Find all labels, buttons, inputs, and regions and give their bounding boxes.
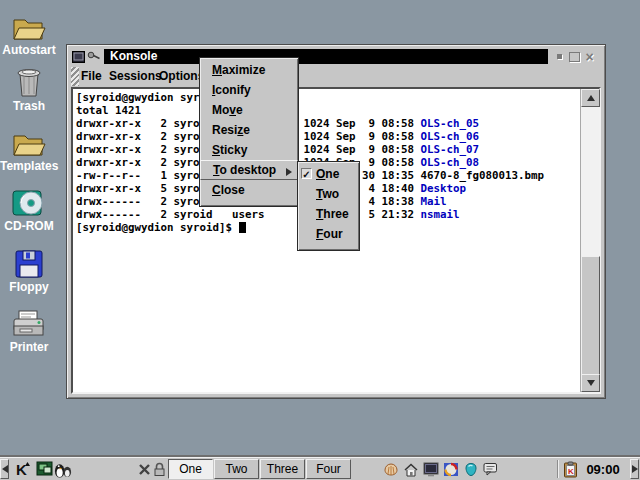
minimize-icon <box>557 54 562 59</box>
terminal-text: -rw-r--r-- 1 syroi <box>76 169 206 182</box>
cdrom-icon <box>0 184 58 218</box>
to-desktop-submenu: ✓OneTwoThreeFour <box>297 161 360 251</box>
desktop-icon-templates[interactable]: Templates <box>0 124 58 173</box>
terminal-line: total 1421 <box>73 104 581 117</box>
arrow-left-icon <box>2 465 8 473</box>
terminal-text: drwxr-xr-x 2 syroi <box>76 117 206 130</box>
taskbar-window-list-icon[interactable] <box>34 459 54 479</box>
close-button[interactable]: × <box>582 49 597 64</box>
terminal-text: 1024 Sep 9 08:58 <box>304 130 415 143</box>
terminal-line: drwxr-xr-x 2 syroi1024 Sep 9 08:58OLS-ch… <box>73 143 581 156</box>
tray-home-icon[interactable] <box>402 459 419 479</box>
maximize-button[interactable] <box>567 49 582 64</box>
directory-name: OLS-ch_08 <box>421 156 480 169</box>
tray-paint-icon[interactable] <box>462 459 479 479</box>
desktop-icon-label: Floppy <box>0 281 58 294</box>
pager-button-two[interactable]: Two <box>214 459 259 479</box>
menubar-grip[interactable] <box>71 67 79 86</box>
menu-item-maximize[interactable]: Maximize <box>200 60 298 80</box>
terminal-text: 30 18:35 <box>362 169 414 182</box>
taskbar-k-menu-icon[interactable]: K <box>12 459 32 479</box>
svg-text:K: K <box>568 466 574 475</box>
directory-name: OLS-ch_05 <box>421 117 480 130</box>
menu-bar: FileSessionsOptions <box>70 66 602 87</box>
menubar-item-sessions[interactable]: Sessions <box>109 66 162 87</box>
tray-swirl-icon[interactable] <box>442 459 459 479</box>
terminal-text: 1024 Sep 9 08:58 <box>304 143 415 156</box>
terminal-text: [syroid@gwydion syroid]$ <box>76 221 232 234</box>
minimize-button[interactable] <box>552 49 567 64</box>
window-title: Konsole <box>104 49 548 64</box>
arrow-down-icon <box>587 380 595 386</box>
pager-button-one[interactable]: One <box>168 459 213 479</box>
menu-item-to-desktop[interactable]: To desktop <box>200 160 298 180</box>
taskbar-penguins-icon[interactable] <box>53 459 73 479</box>
menubar-item-options[interactable]: Options <box>159 66 204 87</box>
terminal-text: drwx------ 2 syroi <box>76 195 206 208</box>
terminal-line: [syroid@gwydion syro <box>73 91 581 104</box>
directory-name: OLS-ch_07 <box>421 143 480 156</box>
terminal-line: drwxr-xr-x 2 syroi1024 Sep 9 08:58OLS-ch… <box>73 130 581 143</box>
taskbar-lock-icon[interactable] <box>152 459 166 479</box>
klipper-icon[interactable]: K <box>562 459 579 479</box>
arrow-up-icon <box>587 95 595 101</box>
terminal-text: [syroid@gwydion syro <box>76 91 206 104</box>
menu-item-sticky[interactable]: Sticky <box>200 140 298 160</box>
submenu-item-one[interactable]: ✓One <box>298 164 359 184</box>
window-menu-button[interactable] <box>70 49 86 64</box>
terminal-text: 4670-8_fg080013.bmp <box>421 169 545 182</box>
taskbar: K 09:00 KOneTwoThreeFour <box>0 457 640 480</box>
pager-button-three[interactable]: Three <box>260 459 305 479</box>
window-titlebar[interactable]: Konsole × <box>70 48 602 65</box>
desktop-icon-trash[interactable]: Trash <box>0 64 58 113</box>
submenu-item-two[interactable]: Two <box>298 184 359 204</box>
terminal-text: 1024 Sep 9 08:58 <box>304 117 415 130</box>
maximize-icon <box>569 52 580 62</box>
directory-name: Desktop <box>421 182 467 195</box>
desktop-icon-printer[interactable]: Printer <box>0 305 58 354</box>
window-operations-menu: MaximizeIconifyMoveResizeStickyTo deskto… <box>199 57 299 207</box>
printer-icon <box>0 305 58 339</box>
desktop-icon-autostart[interactable]: Autostart <box>0 8 58 57</box>
folder-icon <box>0 8 58 42</box>
terminal-text: drwxr-xr-x 5 syroi <box>76 182 206 195</box>
desktop-icon-label: Printer <box>0 341 58 354</box>
floppy-icon <box>0 245 58 279</box>
taskbar-logout-x-icon[interactable] <box>137 459 151 479</box>
checkmark-icon: ✓ <box>301 168 312 179</box>
arrow-right-icon <box>632 465 638 473</box>
menubar-item-file[interactable]: File <box>81 66 102 87</box>
terminal-scrollbar[interactable] <box>580 89 599 392</box>
terminal-text: 4 18:40 <box>369 182 415 195</box>
desktop-icon-floppy[interactable]: Floppy <box>0 245 58 294</box>
scroll-down-button[interactable] <box>581 374 600 392</box>
desktop-icon-cd-rom[interactable]: CD-ROM <box>0 184 58 233</box>
menu-item-move[interactable]: Move <box>200 100 298 120</box>
tray-shell-icon[interactable] <box>382 459 399 479</box>
terminal-text: drwxr-xr-x 2 syroi <box>76 130 206 143</box>
svg-text:K: K <box>16 461 27 478</box>
panel-hide-right-button[interactable] <box>630 459 639 479</box>
terminal-cursor <box>239 222 246 233</box>
terminal-text: total 1421 <box>76 104 141 117</box>
menu-item-resize[interactable]: Resize <box>200 120 298 140</box>
close-icon: × <box>585 50 593 64</box>
scroll-up-button[interactable] <box>581 89 600 107</box>
desktop-icon-label: CD-ROM <box>0 220 58 233</box>
scrollbar-thumb[interactable] <box>581 256 600 375</box>
terminal-text: drwxr-xr-x 2 syroi <box>76 156 206 169</box>
submenu-item-three[interactable]: Three <box>298 204 359 224</box>
taskbar-divider <box>557 460 558 478</box>
terminal-text: 5 21:32 <box>369 208 415 221</box>
panel-hide-left-button[interactable] <box>0 459 9 479</box>
directory-name: OLS-ch_06 <box>421 130 480 143</box>
tray-chat-icon[interactable] <box>482 459 499 479</box>
submenu-item-four[interactable]: Four <box>298 224 359 244</box>
desktop-icon-label: Autostart <box>0 44 58 57</box>
terminal-text: 4 18:38 <box>369 195 415 208</box>
pager-button-four[interactable]: Four <box>306 459 351 479</box>
menu-item-close[interactable]: Close <box>200 180 298 200</box>
menu-item-iconify[interactable]: Iconify <box>200 80 298 100</box>
tray-console-icon[interactable] <box>422 459 439 479</box>
sticky-pin-icon[interactable] <box>86 49 102 64</box>
